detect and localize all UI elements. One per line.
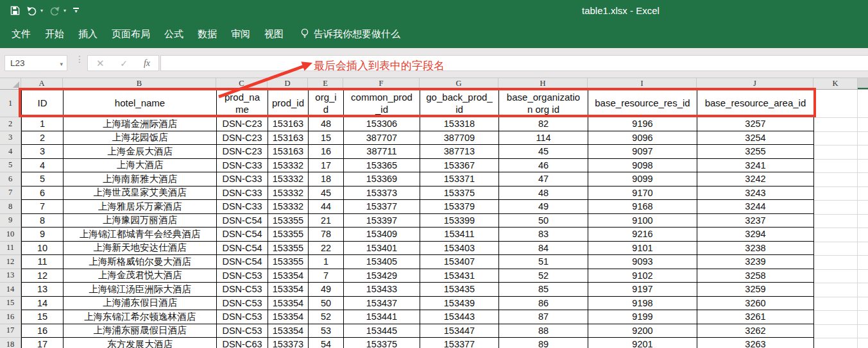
cell[interactable]: 45: [309, 186, 344, 201]
column-header-selected-sliver[interactable]: [858, 78, 868, 89]
cell[interactable]: 153355: [268, 214, 309, 228]
cell[interactable]: 9170: [588, 186, 697, 201]
cell[interactable]: 49: [499, 200, 588, 214]
cell[interactable]: DSN-C23: [217, 131, 268, 145]
ribbon-tab-2[interactable]: 插入: [71, 28, 105, 40]
cell[interactable]: 153401: [344, 242, 420, 256]
cell[interactable]: 上海世茂皇家艾美酒店: [64, 186, 217, 201]
column-header-B[interactable]: B: [63, 78, 216, 89]
cell[interactable]: 153354: [268, 310, 309, 324]
cell[interactable]: 48: [499, 186, 588, 201]
ribbon-tab-5[interactable]: 数据: [191, 28, 224, 40]
table-header-cell[interactable]: org_id: [309, 90, 344, 117]
cell[interactable]: 3263: [697, 338, 814, 348]
cell[interactable]: 9097: [588, 145, 697, 159]
cell[interactable]: 49: [309, 283, 344, 297]
cell[interactable]: 17: [22, 338, 64, 348]
cell[interactable]: 9096: [588, 131, 697, 145]
cell[interactable]: 153399: [420, 214, 499, 228]
column-header-C[interactable]: C: [216, 78, 268, 89]
cell[interactable]: 9199: [588, 310, 697, 324]
cell[interactable]: 9: [22, 228, 64, 242]
cell[interactable]: 上海瑞金洲际酒店: [64, 117, 217, 131]
cell[interactable]: 78: [309, 228, 344, 242]
cell[interactable]: 153318: [420, 117, 499, 131]
column-header-A[interactable]: A: [21, 78, 63, 89]
redo-icon[interactable]: [49, 6, 60, 15]
insert-function-icon[interactable]: fx: [144, 58, 150, 69]
column-header-I[interactable]: I: [588, 78, 697, 89]
row-header-4[interactable]: 4: [0, 145, 21, 159]
cell[interactable]: 9216: [588, 228, 697, 242]
cell[interactable]: 15: [309, 131, 344, 145]
cell[interactable]: DSN-C33: [217, 186, 268, 201]
cell[interactable]: 153163: [268, 145, 309, 159]
row-header-16[interactable]: 16: [0, 310, 21, 324]
cell[interactable]: 11: [22, 255, 64, 269]
cell[interactable]: 153332: [268, 186, 309, 201]
cell[interactable]: 3254: [697, 131, 814, 145]
cell[interactable]: 上海大酒店: [64, 159, 217, 173]
cell[interactable]: 4: [22, 159, 64, 173]
cell[interactable]: 上海雅居乐万豪酒店: [64, 200, 217, 214]
name-box[interactable]: L23 ▾: [4, 55, 67, 71]
cell[interactable]: 上海金辰大酒店: [64, 145, 217, 159]
cell[interactable]: 45: [499, 145, 588, 159]
cell[interactable]: 3237: [697, 214, 814, 228]
cell[interactable]: DSN-C53: [217, 283, 268, 297]
cell[interactable]: 153429: [344, 269, 420, 283]
cell[interactable]: 85: [499, 283, 588, 297]
cell[interactable]: DSN-C53: [217, 310, 268, 324]
cell[interactable]: 3242: [697, 172, 814, 186]
cell[interactable]: 3259: [697, 283, 814, 297]
cell[interactable]: 153354: [268, 297, 309, 311]
cell[interactable]: DSN-C63: [217, 338, 268, 348]
cell[interactable]: 153405: [344, 255, 420, 269]
cell[interactable]: 7: [22, 200, 64, 214]
cancel-icon[interactable]: ✕: [96, 58, 105, 69]
ribbon-tab-4[interactable]: 公式: [157, 28, 191, 40]
cell[interactable]: 47: [499, 172, 588, 186]
cell[interactable]: DSN-C53: [217, 297, 268, 311]
undo-icon[interactable]: [26, 6, 37, 15]
cell[interactable]: 153441: [344, 310, 420, 324]
cell[interactable]: 88: [499, 324, 588, 338]
cell[interactable]: 上海金茂君悦大酒店: [64, 269, 217, 283]
cell[interactable]: 153431: [420, 269, 499, 283]
column-header-J[interactable]: J: [697, 78, 813, 89]
cell[interactable]: 上海花园饭店: [64, 131, 217, 145]
cell[interactable]: 6: [22, 186, 64, 201]
cell[interactable]: 153373: [268, 338, 309, 348]
cell[interactable]: DSN-C54: [217, 214, 268, 228]
cell[interactable]: 153379: [420, 200, 499, 214]
cell[interactable]: 153439: [420, 297, 499, 311]
cell[interactable]: 153332: [268, 159, 309, 173]
cell[interactable]: 153411: [420, 228, 499, 242]
tell-me-box[interactable]: 告诉我你想要做什么: [300, 28, 400, 41]
table-header-cell[interactable]: base_resource_res_id: [588, 90, 697, 117]
cell[interactable]: 上海豫园万丽酒店: [64, 214, 217, 228]
cell[interactable]: 12: [22, 269, 64, 283]
cell[interactable]: 上海锦江汤臣洲际大酒店: [64, 283, 217, 297]
cell[interactable]: 153447: [420, 324, 499, 338]
row-header-5[interactable]: 5: [0, 159, 21, 173]
cell[interactable]: 86: [499, 297, 588, 311]
ribbon-tab-0[interactable]: 文件: [4, 28, 38, 40]
cell[interactable]: DSN-C54: [217, 228, 268, 242]
cell[interactable]: 84: [499, 242, 588, 256]
cell[interactable]: 82: [499, 117, 588, 131]
cell[interactable]: 9093: [588, 255, 697, 269]
ribbon-tab-7[interactable]: 视图: [257, 28, 291, 40]
customize-quick-access-icon[interactable]: ▾: [72, 8, 80, 13]
cell[interactable]: 89: [499, 338, 588, 348]
row-header-15[interactable]: 15: [0, 297, 21, 311]
cell[interactable]: 153371: [420, 172, 499, 186]
cell[interactable]: 153375: [420, 186, 499, 201]
cell[interactable]: 9196: [588, 117, 697, 131]
cell[interactable]: 9198: [588, 297, 697, 311]
cell[interactable]: 5: [22, 172, 64, 186]
cell[interactable]: 153377: [420, 338, 499, 348]
cell[interactable]: 15: [22, 310, 64, 324]
cell[interactable]: 153365: [344, 159, 420, 173]
ribbon-tab-6[interactable]: 审阅: [224, 28, 257, 40]
